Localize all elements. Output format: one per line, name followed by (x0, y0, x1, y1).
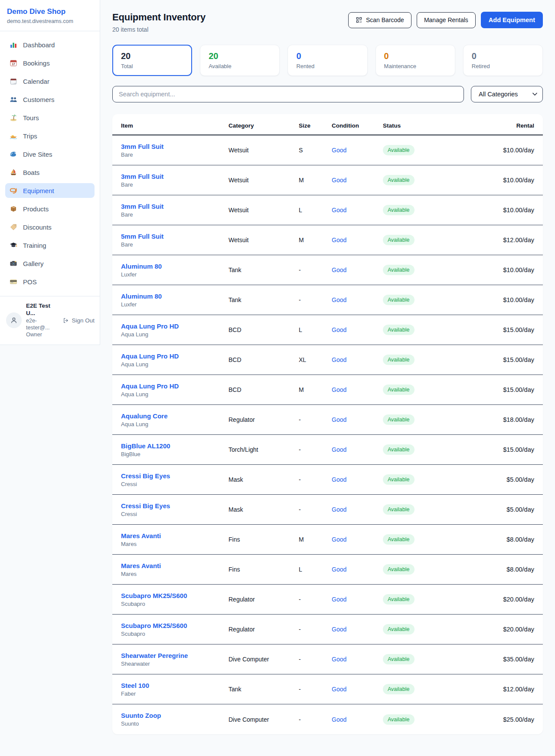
condition-link[interactable]: Good (332, 476, 383, 483)
sign-out-label: Sign Out (72, 317, 95, 324)
condition-link[interactable]: Good (332, 566, 383, 573)
condition-link[interactable]: Good (332, 207, 383, 214)
item-name-link[interactable]: Aqua Lung Pro HD (121, 352, 229, 360)
item-name-link[interactable]: BigBlue AL1200 (121, 442, 229, 450)
size-cell: L (299, 326, 332, 333)
sidebar-item-gallery[interactable]: Gallery (5, 256, 95, 271)
condition-link[interactable]: Good (332, 506, 383, 513)
sidebar-item-discounts[interactable]: Discounts (5, 220, 95, 234)
item-name-link[interactable]: Scubapro MK25/S600 (121, 622, 229, 629)
item-name-link[interactable]: Aqua Lung Pro HD (121, 322, 229, 330)
item-name-link[interactable]: Shearwater Peregrine (121, 652, 229, 659)
bookings-icon: 17 (10, 59, 17, 67)
sidebar-item-label: Discounts (23, 224, 52, 231)
user-role: Owner (26, 331, 58, 338)
table-row: Cressi Big Eyes Cressi Mask - Good Avail… (112, 495, 543, 525)
item-cell: 3mm Full Suit Bare (121, 203, 229, 218)
rental-price: $10.00/day (461, 266, 534, 273)
category-select[interactable]: All Categories (471, 86, 543, 102)
search-input[interactable] (112, 86, 464, 102)
sidebar-item-customers[interactable]: Customers (5, 92, 95, 107)
item-name-link[interactable]: Aluminum 80 (121, 293, 229, 300)
condition-link[interactable]: Good (332, 596, 383, 603)
item-name-link[interactable]: Cressi Big Eyes (121, 472, 229, 480)
item-brand: Luxfer (121, 301, 229, 308)
sidebar-item-label: Training (23, 242, 46, 249)
condition-link[interactable]: Good (332, 536, 383, 543)
stats-cards: 20 Total 20 Available 0 Rented 0 Mainten… (112, 45, 543, 76)
rental-price: $15.00/day (461, 326, 534, 333)
item-name-link[interactable]: Aqualung Core (121, 412, 229, 420)
item-cell: 3mm Full Suit Bare (121, 173, 229, 188)
category-select-value: All Categories (479, 91, 518, 98)
condition-link[interactable]: Good (332, 386, 383, 393)
sidebar-item-trips[interactable]: Trips (5, 128, 95, 143)
stat-card-total[interactable]: 20 Total (112, 45, 192, 76)
item-cell: Aqua Lung Pro HD Aqua Lung (121, 322, 229, 338)
sidebar-item-boats[interactable]: Boats (5, 165, 95, 180)
sign-out-button[interactable]: Sign Out (62, 317, 95, 324)
sidebar-item-label: Tours (23, 114, 39, 122)
sidebar-item-pos[interactable]: POS (5, 274, 95, 289)
sidebar-item-equipment[interactable]: Equipment (5, 183, 95, 198)
condition-link[interactable]: Good (332, 416, 383, 423)
condition-link[interactable]: Good (332, 446, 383, 453)
sidebar-item-label: Dashboard (23, 41, 55, 49)
sidebar-item-tours[interactable]: Tours (5, 110, 95, 125)
stat-card-rented[interactable]: 0 Rented (287, 45, 367, 76)
sidebar-item-calendar[interactable]: Calendar (5, 74, 95, 89)
item-cell: Scubapro MK25/S600 Scubapro (121, 622, 229, 637)
stat-label: Total (121, 63, 183, 69)
stat-card-retired[interactable]: 0 Retired (463, 45, 543, 76)
condition-link[interactable]: Good (332, 296, 383, 303)
item-cell: Shearwater Peregrine Shearwater (121, 652, 229, 667)
condition-link[interactable]: Good (332, 147, 383, 154)
condition-link[interactable]: Good (332, 716, 383, 723)
stat-card-available[interactable]: 20 Available (200, 45, 280, 76)
item-name-link[interactable]: 3mm Full Suit (121, 143, 229, 150)
condition-link[interactable]: Good (332, 626, 383, 633)
status-badge: Available (383, 145, 415, 155)
scan-barcode-button[interactable]: Scan Barcode (348, 12, 411, 28)
stat-card-maintenance[interactable]: 0 Maintenance (375, 45, 455, 76)
item-brand: Bare (121, 181, 229, 188)
sidebar-item-products[interactable]: Products (5, 201, 95, 216)
avatar (6, 312, 22, 328)
sidebar-item-dive-sites[interactable]: Dive Sites (5, 147, 95, 161)
sidebar-item-label: Boats (23, 169, 39, 176)
rental-price: $15.00/day (461, 386, 534, 393)
dive-sites-icon (10, 150, 17, 158)
item-name-link[interactable]: 3mm Full Suit (121, 203, 229, 210)
item-name-link[interactable]: Suunto Zoop (121, 712, 229, 719)
item-name-link[interactable]: Aqua Lung Pro HD (121, 382, 229, 390)
item-name-link[interactable]: 3mm Full Suit (121, 173, 229, 180)
manage-rentals-button[interactable]: Manage Rentals (417, 12, 476, 28)
item-name-link[interactable]: Steel 100 (121, 682, 229, 689)
item-name-link[interactable]: Mares Avanti (121, 562, 229, 569)
size-cell: - (299, 506, 332, 513)
sidebar-item-training[interactable]: Training (5, 238, 95, 253)
rental-price: $8.00/day (461, 536, 534, 543)
item-name-link[interactable]: Cressi Big Eyes (121, 502, 229, 509)
condition-link[interactable]: Good (332, 237, 383, 243)
condition-link[interactable]: Good (332, 686, 383, 693)
table-row: 5mm Full Suit Bare Wetsuit M Good Availa… (112, 225, 543, 255)
rental-price: $10.00/day (461, 147, 534, 154)
sidebar-item-bookings[interactable]: 17 Bookings (5, 56, 95, 70)
item-name-link[interactable]: Scubapro MK25/S600 (121, 592, 229, 599)
condition-link[interactable]: Good (332, 356, 383, 363)
column-header-item: Item (121, 122, 229, 129)
item-name-link[interactable]: Mares Avanti (121, 532, 229, 539)
condition-link[interactable]: Good (332, 177, 383, 184)
condition-link[interactable]: Good (332, 656, 383, 663)
trips-icon (10, 132, 17, 140)
add-equipment-button[interactable]: Add Equipment (481, 12, 543, 28)
item-brand: Aqua Lung (121, 421, 229, 427)
category-cell: BCD (229, 386, 299, 393)
status-badge: Available (383, 175, 415, 185)
item-name-link[interactable]: 5mm Full Suit (121, 233, 229, 240)
item-name-link[interactable]: Aluminum 80 (121, 263, 229, 270)
sidebar-item-dashboard[interactable]: Dashboard (5, 37, 95, 52)
condition-link[interactable]: Good (332, 326, 383, 333)
condition-link[interactable]: Good (332, 266, 383, 273)
